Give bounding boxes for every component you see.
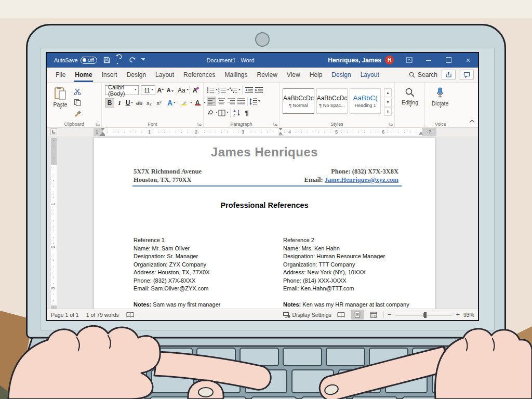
- decrease-indent-button[interactable]: [244, 85, 254, 95]
- tab-view[interactable]: View: [282, 68, 305, 82]
- dictate-button[interactable]: Dictate: [428, 85, 452, 109]
- customize-qat-button[interactable]: [141, 58, 145, 62]
- tab-design[interactable]: Design: [122, 68, 151, 82]
- word-count[interactable]: 1 of 79 words: [86, 312, 119, 318]
- avatar[interactable]: H: [385, 56, 394, 64]
- clear-formatting-button[interactable]: A: [191, 86, 201, 95]
- undo-dropdown-caret[interactable]: [116, 63, 118, 65]
- zoom-slider[interactable]: [395, 312, 452, 318]
- paste-button[interactable]: Paste: [50, 85, 71, 118]
- tab-home[interactable]: Home: [70, 68, 97, 82]
- zoom-out-button[interactable]: −: [388, 311, 392, 318]
- superscript-button[interactable]: x²: [154, 98, 164, 108]
- line-spacing-button[interactable]: [249, 97, 260, 106]
- tab-review[interactable]: Review: [252, 68, 282, 82]
- document-page[interactable]: James Henriques 5X7X Richmond Avenue Hou…: [94, 137, 435, 309]
- align-right-button[interactable]: [227, 97, 236, 106]
- web-layout-button[interactable]: [367, 310, 380, 320]
- numbering-button[interactable]: 123: [218, 85, 229, 95]
- style-normal[interactable]: AaBbCcDc ¶ Normal: [283, 88, 314, 114]
- hanging-indent-marker[interactable]: [101, 130, 105, 135]
- zoom-percentage[interactable]: 93%: [463, 312, 474, 318]
- account-area[interactable]: Henriques, James H: [328, 56, 394, 64]
- horizontal-ruler[interactable]: 1 1 2 3 4 5 6 7: [94, 128, 436, 136]
- comments-button[interactable]: [460, 70, 474, 80]
- bold-button[interactable]: B: [105, 98, 114, 108]
- tab-insert[interactable]: Insert: [97, 68, 122, 82]
- paragraph-dialog-launcher[interactable]: [273, 122, 277, 126]
- vertical-ruler[interactable]: 1 2 3: [51, 138, 57, 309]
- email-link[interactable]: Jame.Henriques@xyz.com: [325, 176, 398, 183]
- print-layout-button[interactable]: [351, 310, 364, 320]
- show-hide-pilcrow-button[interactable]: ¶: [242, 108, 251, 117]
- vruler-number: 2: [50, 245, 56, 248]
- styles-gallery-more[interactable]: ⇟: [384, 107, 392, 116]
- zoom-slider-handle[interactable]: [424, 312, 427, 318]
- shading-button[interactable]: [207, 108, 218, 117]
- align-center-button[interactable]: [217, 97, 226, 106]
- strikethrough-button[interactable]: ab: [135, 98, 144, 108]
- search-control[interactable]: Search: [409, 71, 437, 78]
- clipboard-dialog-launcher[interactable]: [96, 122, 100, 126]
- tab-layout[interactable]: Layout: [151, 68, 179, 82]
- shrink-font-button[interactable]: A: [166, 86, 175, 95]
- tab-selector[interactable]: [50, 128, 57, 135]
- bullets-button[interactable]: [207, 85, 218, 95]
- underline-button[interactable]: U: [125, 98, 134, 108]
- read-mode-button[interactable]: [335, 310, 348, 320]
- tab-help[interactable]: Help: [305, 68, 327, 82]
- grow-font-button[interactable]: A: [156, 86, 165, 95]
- cut-button[interactable]: [73, 87, 82, 96]
- minimize-button[interactable]: [419, 53, 438, 67]
- justify-button[interactable]: [236, 97, 246, 106]
- save-button[interactable]: [103, 57, 110, 63]
- text-highlight-button[interactable]: [179, 98, 189, 108]
- font-name-combo[interactable]: Calibri (Body): [105, 85, 139, 95]
- share-button[interactable]: [442, 70, 456, 80]
- italic-button[interactable]: I: [115, 98, 124, 108]
- styles-dialog-launcher[interactable]: [389, 122, 393, 126]
- increase-indent-button[interactable]: [254, 85, 263, 95]
- tab-mailings[interactable]: Mailings: [220, 68, 252, 82]
- font-dialog-launcher[interactable]: [197, 122, 202, 126]
- webcam: [255, 32, 270, 47]
- close-button[interactable]: ×: [458, 53, 478, 67]
- keyboard-key: [245, 370, 287, 393]
- document-area[interactable]: 1 2 3 James Henriques 5X7X Richmond Aven…: [47, 136, 478, 309]
- format-painter-button[interactable]: [73, 109, 82, 118]
- right-finger-nail: [324, 383, 339, 396]
- proofing-errors-button[interactable]: [126, 312, 134, 318]
- align-left-button[interactable]: [207, 97, 216, 106]
- tab-references[interactable]: References: [179, 68, 220, 82]
- font-color-button[interactable]: A: [193, 98, 202, 108]
- right-indent-marker[interactable]: [419, 130, 423, 135]
- text-effects-button[interactable]: A: [167, 98, 176, 108]
- styles-scroll-up[interactable]: ▲: [384, 88, 392, 97]
- editing-button[interactable]: Editing: [398, 85, 422, 108]
- borders-button[interactable]: [218, 108, 229, 117]
- column-indent-marker-bottom[interactable]: [278, 130, 283, 135]
- page-count[interactable]: Page 1 of 1: [51, 312, 79, 318]
- display-settings-button[interactable]: Display Settings: [283, 311, 331, 318]
- tab-design-contextual[interactable]: Design: [327, 68, 355, 82]
- copy-button[interactable]: [73, 98, 82, 107]
- ruler-number: 4: [287, 129, 292, 135]
- undo-button[interactable]: [115, 54, 124, 66]
- style-no-spacing[interactable]: AaBbCcDc ¶ No Spac...: [316, 88, 348, 114]
- ribbon-display-options-button[interactable]: [399, 53, 419, 67]
- maximize-button[interactable]: [438, 53, 458, 67]
- subscript-button[interactable]: x₂: [144, 98, 154, 108]
- change-case-button[interactable]: Aa: [178, 86, 188, 95]
- font-size-combo[interactable]: 11: [141, 85, 155, 95]
- sort-button[interactable]: AZ: [232, 108, 242, 117]
- autosave-toggle[interactable]: Off: [81, 57, 98, 64]
- zoom-in-button[interactable]: +: [456, 311, 460, 318]
- tab-layout-contextual[interactable]: Layout: [356, 68, 384, 82]
- multilevel-list-button[interactable]: [230, 85, 241, 95]
- autosave-control[interactable]: AutoSave Off: [54, 57, 97, 64]
- collapse-ribbon-button[interactable]: [469, 116, 475, 125]
- style-heading1[interactable]: AaBbC( Heading 1: [350, 88, 381, 114]
- redo-button[interactable]: [129, 57, 136, 63]
- styles-scroll-down[interactable]: ▼: [384, 98, 392, 107]
- tab-file[interactable]: File: [51, 68, 70, 82]
